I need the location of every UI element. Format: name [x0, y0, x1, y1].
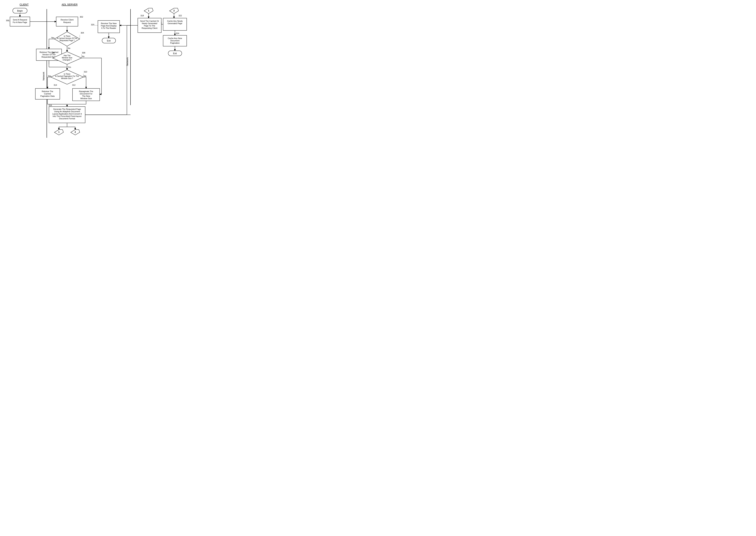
svg-rect-90 [102, 38, 115, 43]
has-window-text: Has The [64, 54, 71, 56]
svg-text:Pagination: Pagination [170, 42, 180, 44]
repaginate-text: Repaginate The [79, 90, 93, 92]
svg-text:Newly Generated: Newly Generated [142, 22, 157, 24]
ref-312: 312 [72, 84, 75, 86]
svg-text:It To The Reader: It To The Reader [101, 27, 116, 29]
svg-text:Window Size: Window Size [62, 57, 72, 59]
svg-line-28 [49, 58, 52, 64]
svg-marker-66 [71, 130, 80, 135]
svg-text:Into The Prescribed Fixed-layo: Into The Prescribed Fixed-layout [53, 115, 82, 117]
begin-label: Begin [17, 10, 23, 12]
svg-rect-85 [98, 20, 120, 33]
send-request-text: Send A Request [13, 19, 27, 21]
svg-text:Pagination Data: Pagination Data [40, 95, 55, 97]
ref-306: 306 [51, 52, 55, 54]
ref-322: 322 [179, 15, 182, 17]
svg-text:Version Of The: Version Of The [42, 53, 55, 56]
network-right-label: Network [126, 57, 129, 66]
ref-320: 320 [91, 23, 94, 26]
svg-rect-19 [36, 49, 62, 60]
yes-label-pagination: Yes [48, 75, 51, 77]
ref-318: 318 [141, 15, 144, 17]
is-cached-pagination-text: Is There [64, 73, 71, 75]
svg-text:The New: The New [82, 95, 90, 97]
client-label: CLIENT [19, 3, 29, 6]
ref-310: 310 [84, 71, 87, 73]
no-label-window-size: No [82, 55, 84, 57]
svg-text:Request: Request [63, 21, 71, 23]
ref-316: 316 [49, 104, 52, 106]
svg-text:Page To The: Page To The [144, 25, 155, 27]
svg-marker-23 [52, 52, 82, 64]
retrieve-cached-text: Retrieve The Cached [40, 51, 58, 53]
svg-text:Generated Page: Generated Page [168, 22, 182, 24]
cache-newly-text: Cache Any Newly [167, 20, 183, 22]
svg-rect-2 [13, 8, 27, 13]
yes-label-cached: Yes [51, 37, 54, 39]
svg-text:Layout Application And Convert: Layout Application And Convert It [52, 113, 82, 115]
svg-rect-75 [163, 18, 187, 30]
no-label-cached: No [68, 47, 70, 49]
svg-rect-71 [138, 18, 161, 33]
network-left-label: Network [42, 72, 45, 81]
svg-marker-68 [170, 8, 179, 14]
svg-marker-32 [51, 70, 83, 84]
ref-304: 304 [81, 32, 84, 34]
ref-308: 308 [82, 52, 85, 54]
connector-2-top-right: 2 [174, 10, 175, 12]
svg-marker-65 [54, 130, 63, 135]
ref-314: 314 [54, 84, 57, 86]
cache-pagination-text: Cache Any New [168, 37, 182, 39]
svg-text:Document Format: Document Format [59, 117, 75, 119]
svg-text:Requested Page ?: Requested Page ? [60, 40, 75, 42]
diagram-container: CLIENT ADL SERVER Network Network Begin … [0, 0, 188, 145]
exit-left-label: Exit [107, 40, 111, 42]
svg-text:A Cached Pagination For The: A Cached Pagination For The [55, 75, 79, 77]
svg-rect-43 [73, 88, 100, 101]
svg-text:Window Size: Window Size [80, 97, 92, 100]
ref-302: 302 [80, 16, 83, 18]
send-cached-text: Send The Cached Or [140, 20, 159, 22]
svg-marker-67 [144, 8, 153, 14]
svg-rect-78 [163, 35, 187, 46]
svg-text:Document: Document [170, 40, 180, 42]
svg-text:Window Size ?: Window Size ? [61, 78, 73, 80]
svg-text:Changed ?: Changed ? [63, 59, 72, 61]
svg-text:Document For: Document For [80, 93, 92, 95]
svg-rect-4 [10, 17, 30, 26]
svg-rect-55 [49, 107, 85, 123]
is-cached-text: Is There [64, 35, 71, 37]
yes-label-window: Yes [68, 66, 71, 68]
receive-new-page-text: Receive The New [101, 22, 117, 24]
ref-300: 300 [6, 19, 9, 21]
svg-text:Requesting Client: Requesting Client [142, 27, 157, 29]
ref-324: 324 [176, 32, 179, 34]
no-label-pagination: No [84, 75, 86, 77]
svg-rect-82 [168, 51, 182, 56]
svg-text:Using An Adaptive Document: Using An Adaptive Document [54, 110, 80, 113]
svg-rect-9 [56, 17, 78, 26]
svg-text:For A New Page: For A New Page [13, 21, 27, 23]
connector-2-bottom: 2 [75, 131, 76, 133]
connector-1-top-right: 1 [148, 10, 149, 12]
svg-marker-13 [54, 32, 80, 46]
receive-client-text: Receive Client [61, 19, 74, 21]
svg-text:Page And Display: Page And Display [101, 25, 117, 27]
svg-rect-38 [35, 88, 60, 99]
svg-text:Cached: Cached [44, 93, 51, 95]
adl-server-label: ADL SERVER [62, 3, 78, 6]
svg-text:A Cached Version Of The: A Cached Version Of The [57, 37, 78, 39]
generate-text: Generate The Requested Page [53, 108, 81, 110]
connector-1-bottom: 1 [58, 131, 60, 133]
retreive-cached-pag-text: Retreive The [42, 90, 53, 92]
exit-right-label: Exit [173, 52, 177, 55]
svg-text:Requested Page: Requested Page [42, 56, 56, 58]
